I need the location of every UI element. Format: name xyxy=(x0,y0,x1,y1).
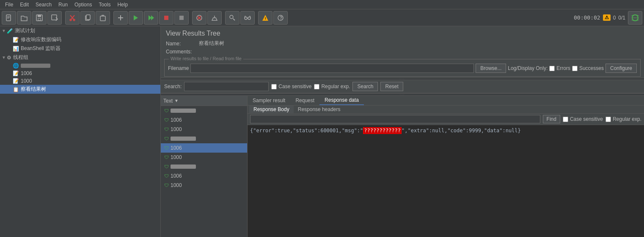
tree-item-encode[interactable]: 📝 修改响应数据编码 xyxy=(0,35,160,44)
menubar: File Edit Search Run Options Tools Help xyxy=(0,0,644,9)
script-icon3: 📝 xyxy=(13,78,19,84)
result-tabs: Sampler result Request Response data xyxy=(248,96,644,106)
regular-exp-label[interactable]: Regular exp. xyxy=(314,84,350,89)
item-label: 1000 xyxy=(171,154,182,160)
filename-label: Filename xyxy=(168,65,189,71)
find-case-sensitive-checkbox[interactable] xyxy=(563,117,568,122)
tree-item-label: 线程组 xyxy=(13,54,28,61)
search-input[interactable] xyxy=(184,82,269,91)
list-item[interactable]: 🛡 1000 xyxy=(161,153,247,162)
toolbar-open[interactable] xyxy=(17,11,31,25)
shield-icon: 🛡 xyxy=(164,164,169,169)
case-sensitive-checkbox[interactable] xyxy=(271,84,277,89)
list-item[interactable]: 🛡 xyxy=(161,134,247,143)
tab-response-data[interactable]: Response data xyxy=(319,96,364,105)
find-case-sensitive-label[interactable]: Case sensitive xyxy=(563,116,603,122)
blurred-item-label xyxy=(171,165,196,169)
menu-tools[interactable]: Tools xyxy=(95,1,114,8)
search-row: Search: Case sensitive Regular exp. Sear… xyxy=(161,80,644,93)
search-button[interactable]: Search xyxy=(352,82,378,91)
tab-sampler-result[interactable]: Sampler result xyxy=(248,96,290,105)
shield-icon: 🛡 xyxy=(164,127,169,132)
list-item[interactable]: 🛡 1000 xyxy=(161,181,247,190)
text-list: Text ▼ 🛡 🛡 1006 🛡 xyxy=(161,96,248,237)
menu-file[interactable]: File xyxy=(2,1,17,8)
toolbar-stop[interactable] xyxy=(159,11,173,25)
write-section-title: Write results to file / Read from file xyxy=(169,56,243,61)
toolbar-clear[interactable] xyxy=(192,11,206,25)
find-regular-exp-checkbox[interactable] xyxy=(605,117,611,122)
configure-button[interactable]: Configure xyxy=(605,64,637,73)
reset-button[interactable]: Reset xyxy=(380,82,403,91)
menu-edit[interactable]: Edit xyxy=(17,1,32,8)
svg-rect-11 xyxy=(86,15,90,20)
toolbar-glasses[interactable] xyxy=(240,11,255,25)
toolbar-copy[interactable] xyxy=(80,11,95,25)
errors-checkbox-label[interactable]: Errors xyxy=(549,65,570,71)
toolbar-saveas[interactable] xyxy=(47,11,62,25)
tree-item-1006a[interactable]: 📝 1006 xyxy=(0,70,160,77)
toolbar-save[interactable] xyxy=(32,11,47,25)
svg-marker-14 xyxy=(149,15,151,20)
filename-input[interactable] xyxy=(190,64,474,73)
timer-display: 00:00:02 xyxy=(574,14,600,21)
find-button[interactable]: Find xyxy=(543,115,560,123)
tree-item-resulttree[interactable]: 📋 察看结果树 xyxy=(0,85,160,94)
tree-item-blurred1[interactable]: 🌐 xyxy=(0,62,160,70)
errors-checkbox[interactable] xyxy=(549,66,555,71)
list-item[interactable]: 🛡 xyxy=(161,162,247,171)
find-regular-exp-text: Regular exp. xyxy=(613,116,641,122)
menu-run[interactable]: Run xyxy=(55,1,71,8)
case-sensitive-label[interactable]: Case sensitive xyxy=(271,84,311,89)
text-dropdown-btn[interactable]: ▼ xyxy=(174,98,179,103)
tree-item-beanshell[interactable]: 📊 BeanShell 监听器 xyxy=(0,44,160,53)
successes-checkbox[interactable] xyxy=(572,66,578,71)
toolbar-new[interactable] xyxy=(2,11,16,25)
name-row: Name: 察看结果树 xyxy=(166,40,639,47)
sub-tab-response-body[interactable]: Response Body xyxy=(249,106,294,113)
sub-tab-response-headers[interactable]: Response headers xyxy=(294,106,345,113)
left-panel: ▼ 🧪 测试计划 📝 修改响应数据编码 📊 BeanShell 监听器 ▼ ⚙ … xyxy=(0,26,161,237)
list-item-selected[interactable]: 🛡 1006 xyxy=(161,143,247,153)
toolbar-settings[interactable]: ? xyxy=(273,11,288,25)
menu-search[interactable]: Search xyxy=(32,1,55,8)
find-row: Find Case sensitive Regular exp. xyxy=(248,114,644,125)
browse-button[interactable]: Browse... xyxy=(476,64,506,73)
toolbar-cut[interactable] xyxy=(65,11,80,25)
tab-request[interactable]: Request xyxy=(290,96,319,105)
toolbar-paste[interactable] xyxy=(96,11,110,25)
find-input[interactable] xyxy=(250,115,540,123)
shield-icon: 🛡 xyxy=(164,117,169,123)
svg-marker-15 xyxy=(151,15,154,20)
toolbar-network[interactable] xyxy=(628,11,642,25)
menu-help[interactable]: Help xyxy=(114,1,131,8)
list-item[interactable]: 🛡 1006 xyxy=(161,171,247,181)
tree-item-testplan[interactable]: ▼ 🧪 测试计划 xyxy=(0,26,160,35)
text-list-header-label: Text xyxy=(163,98,173,104)
successes-checkbox-label[interactable]: Successes xyxy=(572,65,604,71)
svg-point-24 xyxy=(248,17,250,20)
name-value: 察看结果树 xyxy=(199,40,224,47)
toolbar-warning[interactable]: ! xyxy=(258,11,272,25)
expand-icon: ▼ xyxy=(2,28,6,33)
list-item[interactable]: 🛡 1006 xyxy=(161,115,247,125)
toolbar-magnify[interactable] xyxy=(225,11,239,25)
toolbar-expand[interactable] xyxy=(113,11,128,25)
panel-title: View Results Tree xyxy=(166,30,639,37)
find-regular-exp-label[interactable]: Regular exp. xyxy=(605,116,641,122)
toolbar-start-no-pause[interactable] xyxy=(144,11,158,25)
list-item[interactable]: 🛡 xyxy=(161,106,247,115)
tree-item-1000a[interactable]: 📝 1000 xyxy=(0,77,160,85)
tree-item-threadgroup[interactable]: ▼ ⚙ 线程组 xyxy=(0,53,160,62)
menu-options[interactable]: Options xyxy=(71,1,95,8)
svg-rect-0 xyxy=(6,15,11,21)
log-display-label: Log/Display Only: xyxy=(508,65,548,71)
listener-icon: 📊 xyxy=(13,46,19,52)
tree-item-label: 测试计划 xyxy=(15,27,35,34)
regular-exp-checkbox[interactable] xyxy=(314,84,319,89)
toolbar-start[interactable] xyxy=(129,11,143,25)
list-item[interactable]: 🛡 1000 xyxy=(161,125,247,134)
toolbar-right: 00:00:02 ⚠ 0 0/1 xyxy=(574,11,642,25)
toolbar-stop-now[interactable] xyxy=(174,11,189,25)
toolbar-broom[interactable] xyxy=(207,11,222,25)
